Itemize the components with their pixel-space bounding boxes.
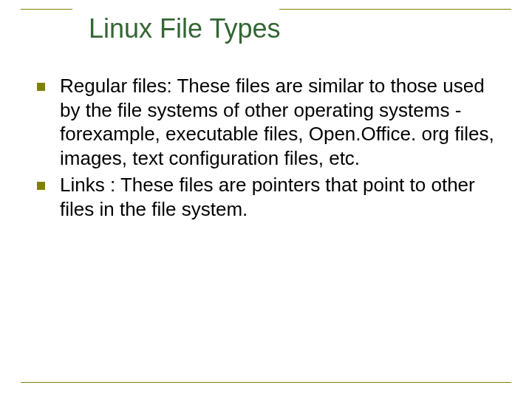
bullet-text: Regular files: These files are similar t…: [60, 74, 502, 170]
square-bullet-icon: [37, 83, 45, 91]
content-area: Regular files: These files are similar t…: [37, 74, 502, 224]
slide: Linux File Types Regular files: These fi…: [0, 0, 532, 399]
list-item: Regular files: These files are similar t…: [37, 74, 502, 170]
title-line-break: [72, 9, 279, 10]
square-bullet-icon: [37, 182, 45, 190]
list-item: Links : These files are pointers that po…: [37, 173, 502, 221]
bottom-border-line: [21, 382, 511, 383]
slide-title: Linux File Types: [89, 13, 280, 44]
bullet-text: Links : These files are pointers that po…: [60, 173, 502, 221]
